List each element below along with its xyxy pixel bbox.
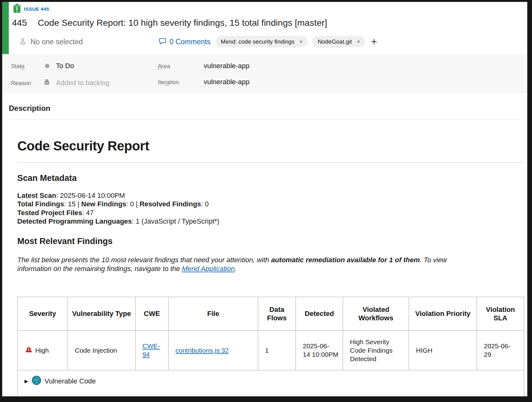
expand-arrow-icon: ▶ xyxy=(25,377,28,385)
tag-label: Mend: code security findings xyxy=(221,38,294,45)
state-field-value[interactable]: To Do xyxy=(56,62,74,70)
tag-label: NodeGoat.git xyxy=(318,38,352,45)
issue-work-item-icon xyxy=(13,4,21,14)
work-item-type-row: ISSUE 445 xyxy=(13,4,49,14)
description-body: Code Security Report Scan Metadata Lates… xyxy=(17,134,524,396)
vulnerable-code-expander[interactable]: ▶ Vulnerable Code xyxy=(25,376,517,387)
scan-metadata-heading: Scan Metadata xyxy=(17,173,524,183)
finding-row: High Code Injection CWE-94 contributions… xyxy=(18,330,524,370)
work-item-id: 445 xyxy=(12,18,27,28)
area-field-value[interactable]: vulnerable-app xyxy=(204,62,250,70)
remove-tag-icon[interactable]: ✕ xyxy=(357,39,360,44)
lock-icon xyxy=(43,79,50,87)
issue-type-label[interactable]: ISSUE 445 xyxy=(24,6,49,12)
comments-link[interactable]: 0 Comments xyxy=(158,35,210,49)
mend-application-link[interactable]: Mend Application xyxy=(182,265,235,273)
area-field-label: Area xyxy=(158,63,170,70)
work-item-title[interactable]: Code Security Report: 10 high severity f… xyxy=(38,18,327,28)
vulnerable-code-cell: ▶ Vulnerable Code xyxy=(18,370,524,396)
scan-metadata-text: Latest Scan: 2025-06-14 10:00PM Total Fi… xyxy=(17,191,524,226)
high-severity-siren-icon xyxy=(25,345,33,356)
mend-wave-icon xyxy=(32,376,41,387)
state-color-dot xyxy=(45,64,49,68)
col-detected: Detected xyxy=(296,297,343,330)
cwe-link[interactable]: CWE-94 xyxy=(142,342,160,358)
state-field-label: State xyxy=(11,63,25,70)
description-section-title: Description xyxy=(9,104,50,113)
violated-workflows-cell: High Severity Code Findings Detected xyxy=(343,330,409,370)
reason-field-value: Added to backlog xyxy=(56,79,109,87)
col-cwe: CWE xyxy=(136,297,169,330)
title-rule xyxy=(17,162,524,163)
iteration-field-value[interactable]: vulnerable-app xyxy=(204,78,250,86)
person-icon xyxy=(19,37,26,46)
table-header-row: Severity Vulnerability Type CWE File Dat… xyxy=(18,297,524,330)
severity-value: High xyxy=(35,346,49,355)
description-divider xyxy=(9,119,521,120)
vulnerable-code-label: Vulnerable Code xyxy=(45,377,96,385)
col-violation-priority: Violation Priority xyxy=(409,297,477,330)
col-severity: Severity xyxy=(18,297,68,330)
work-item-window: ISSUE 445 445 Code Security Report: 10 h… xyxy=(2,2,527,396)
severity-cell: High xyxy=(18,330,68,370)
tag-list: Mend: code security findings ✕ NodeGoat.… xyxy=(215,36,377,47)
file-link[interactable]: contributions.js:32 xyxy=(175,347,229,354)
tag-pill[interactable]: Mend: code security findings ✕ xyxy=(215,36,308,47)
assignee-picker[interactable]: No one selected xyxy=(19,35,83,49)
add-tag-button[interactable]: + xyxy=(371,37,377,46)
comment-bubble-icon xyxy=(158,37,167,46)
assignee-placeholder: No one selected xyxy=(30,38,83,46)
tag-pill[interactable]: NodeGoat.git ✕ xyxy=(312,36,365,47)
expander-row: ▶ Vulnerable Code xyxy=(18,370,524,396)
comments-count: 0 Comments xyxy=(169,38,210,46)
violation-sla-cell: 2025-06-29 xyxy=(477,330,524,370)
fields-band: State To Do Reason Added to backlog Area… xyxy=(2,54,527,93)
file-cell: contributions.js:32 xyxy=(169,330,258,370)
col-violated-workflows: Violated Workflows xyxy=(343,297,409,330)
findings-intro-text: The list below presents the 10 most rele… xyxy=(17,256,467,274)
col-file: File xyxy=(169,297,258,330)
col-data-flows: Data Flows xyxy=(258,297,296,330)
vulnerability-type-cell: Code Injection xyxy=(68,330,136,370)
findings-table: Severity Vulnerability Type CWE File Dat… xyxy=(17,297,524,396)
most-relevant-findings-heading: Most Relevant Findings xyxy=(17,236,524,246)
data-flows-cell: 1 xyxy=(258,330,296,370)
col-vulnerability-type: Vulnerability Type xyxy=(68,297,136,330)
iteration-field-label: Iteration xyxy=(158,79,179,86)
reason-field-label: Reason xyxy=(11,80,31,87)
meta-row: No one selected 0 Comments Mend: code se… xyxy=(2,35,527,49)
cwe-cell: CWE-94 xyxy=(136,330,169,370)
report-title: Code Security Report xyxy=(17,138,524,154)
violation-priority-cell: HIGH xyxy=(409,330,477,370)
col-violation-sla: Violation SLA xyxy=(477,297,524,330)
title-row: 445 Code Security Report: 10 high severi… xyxy=(12,18,27,30)
detected-cell: 2025-06-14 10:00PM xyxy=(296,330,343,370)
remove-tag-icon[interactable]: ✕ xyxy=(299,39,303,44)
